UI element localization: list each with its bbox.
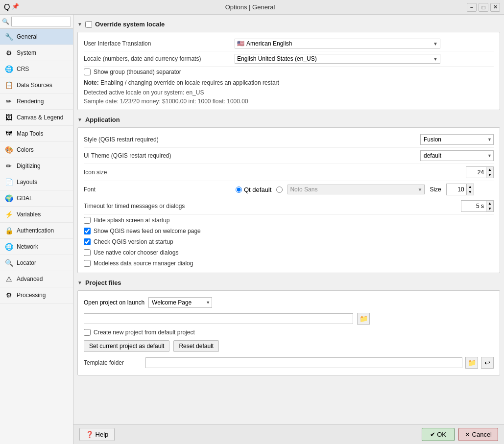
- sidebar-item-processing[interactable]: ⚙ Processing: [0, 287, 73, 304]
- sidebar-item-crs[interactable]: 🌐 CRS: [0, 61, 73, 77]
- close-button[interactable]: ✕: [490, 3, 500, 12]
- sidebar-label-variables: Variables: [17, 211, 41, 218]
- use-native-color-label: Use native color chooser dialogs: [94, 249, 178, 256]
- show-group-separator-checkbox[interactable]: [84, 69, 91, 75]
- reset-default-button[interactable]: Reset default: [173, 340, 219, 352]
- template-folder-row: Template folder /home/terra/.var/app/org…: [84, 354, 494, 371]
- icon-size-up-button[interactable]: ▲: [486, 167, 493, 172]
- sidebar-label-processing: Processing: [17, 292, 46, 299]
- project-collapse-arrow-icon: ▼: [77, 280, 82, 285]
- template-folder-label: Template folder: [84, 359, 143, 366]
- open-project-select-wrapper: Welcome Page Most recent Specific: [148, 297, 212, 308]
- font-size-down-button[interactable]: ▼: [467, 189, 474, 195]
- sidebar-item-variables[interactable]: ⚡ Variables: [0, 207, 73, 223]
- sidebar-label-system: System: [17, 49, 36, 56]
- project-files-content: Open project on launch Welcome Page Most…: [77, 290, 500, 375]
- modeless-dialog-row: Modeless data source manager dialog: [84, 258, 494, 269]
- flag-icon: 🇺🇸: [237, 40, 244, 47]
- sidebar-item-authentication[interactable]: 🔒 Authentication: [0, 223, 73, 239]
- sidebar-item-advanced[interactable]: ⚠ Advanced: [0, 271, 73, 287]
- sidebar-item-gdal[interactable]: 🌍 GDAL: [0, 190, 73, 207]
- font-size-spinbox: 10 ▲ ▼: [446, 184, 474, 195]
- sidebar-item-layouts[interactable]: 📄 Layouts: [0, 174, 73, 190]
- general-icon: 🔧: [4, 32, 14, 42]
- ui-translation-value: American English: [246, 40, 433, 47]
- sidebar-item-data-sources[interactable]: 📋 Data Sources: [0, 77, 73, 93]
- sidebar-item-map-tools[interactable]: 🗺 Map Tools: [0, 126, 73, 142]
- template-folder-input[interactable]: /home/terra/.var/app/org.qgis.qgis/data/…: [145, 357, 462, 368]
- colors-icon: 🎨: [4, 145, 14, 155]
- override-locale-title: Override system locale: [95, 21, 165, 28]
- sidebar-item-locator[interactable]: 🔍 Locator: [0, 255, 73, 271]
- sidebar-label-colors: Colors: [17, 146, 34, 153]
- font-custom-radio[interactable]: [276, 187, 283, 193]
- window-title: Options | General: [33, 3, 467, 11]
- browse-folder-button[interactable]: 📁: [357, 313, 370, 325]
- timeout-up-button[interactable]: ▲: [486, 201, 493, 206]
- ui-theme-row: UI Theme (QGIS restart required) default…: [84, 148, 494, 164]
- use-native-color-checkbox[interactable]: [84, 249, 91, 256]
- open-project-select[interactable]: Welcome Page Most recent Specific: [148, 297, 212, 308]
- sidebar-item-rendering[interactable]: ✏ Rendering: [0, 93, 73, 110]
- project-files-title: Project files: [85, 279, 121, 286]
- project-files-header[interactable]: ▼ Project files: [77, 277, 500, 288]
- ui-theme-select[interactable]: default Night Mapping Blend of Gray: [420, 150, 494, 161]
- content-scroll[interactable]: ▼ Override system locale User Interface …: [73, 15, 504, 424]
- create-new-project-row: Create new project from default project: [84, 327, 494, 338]
- application-content: Style (QGIS restart required) Fusion Win…: [77, 127, 500, 273]
- help-button[interactable]: ❓ Help: [79, 428, 115, 441]
- font-row: Font Qt default Noto Sans ▼ Size 10: [84, 181, 494, 198]
- timeout-down-button[interactable]: ▼: [486, 206, 493, 211]
- icon-size-input[interactable]: 24: [466, 168, 486, 177]
- application-header[interactable]: ▼ Application: [77, 114, 500, 125]
- minimize-button[interactable]: −: [467, 3, 477, 12]
- locale-combo[interactable]: English United States (en_US) ▼: [235, 54, 440, 64]
- sidebar-item-general[interactable]: 🔧 General: [0, 29, 73, 45]
- note-content: Enabling / changing override on locale r…: [100, 79, 279, 86]
- create-new-project-checkbox[interactable]: [84, 329, 91, 336]
- template-reset-button[interactable]: ↩: [481, 357, 494, 369]
- sidebar-label-crs: CRS: [17, 66, 29, 72]
- ui-translation-combo[interactable]: 🇺🇸 American English ▼: [235, 39, 440, 48]
- titlebar: Q 📌 Options | General − □ ✕: [0, 0, 504, 15]
- set-default-button[interactable]: Set current project as default: [84, 340, 169, 352]
- check-version-row: Check QGIS version at startup: [84, 236, 494, 247]
- override-locale-content: User Interface Translation 🇺🇸 American E…: [77, 32, 500, 110]
- sidebar-label-network: Network: [17, 243, 38, 250]
- advanced-icon: ⚠: [4, 274, 14, 284]
- template-browse-button[interactable]: 📁: [465, 357, 478, 369]
- timeout-row: Timeout for timed messages or dialogs 5 …: [84, 198, 494, 215]
- ok-button[interactable]: ✔ OK: [422, 428, 455, 441]
- ui-theme-label: UI Theme (QGIS restart required): [84, 152, 231, 159]
- size-label: Size: [430, 186, 441, 193]
- sidebar-item-network[interactable]: 🌐 Network: [0, 239, 73, 255]
- network-icon: 🌐: [4, 242, 14, 252]
- application-title: Application: [85, 116, 120, 123]
- search-input[interactable]: [11, 17, 71, 26]
- override-locale-header[interactable]: ▼ Override system locale: [77, 19, 500, 30]
- modeless-dialog-checkbox[interactable]: [84, 260, 91, 267]
- hide-splash-checkbox[interactable]: [84, 217, 91, 224]
- show-news-checkbox[interactable]: [84, 228, 91, 234]
- sidebar: 🔍 🔧 General ⚙ System 🌐 CRS 📋 Data Source…: [0, 15, 73, 444]
- style-select[interactable]: Fusion Windows Breeze: [420, 134, 494, 145]
- cancel-button[interactable]: ✕ Cancel: [458, 428, 498, 441]
- check-version-checkbox[interactable]: [84, 238, 91, 245]
- sidebar-item-digitizing[interactable]: ✏ Digitizing: [0, 158, 73, 174]
- locale-label: Locale (numbers, date and currency forma…: [84, 55, 231, 62]
- modeless-dialog-label: Modeless data source manager dialog: [94, 260, 193, 267]
- project-path-input[interactable]: [84, 313, 353, 324]
- sidebar-item-colors[interactable]: 🎨 Colors: [0, 142, 73, 158]
- font-size-up-button[interactable]: ▲: [467, 184, 474, 189]
- timeout-input[interactable]: 5 s: [461, 202, 486, 210]
- search-icon: 🔍: [2, 18, 9, 25]
- maximize-button[interactable]: □: [479, 3, 488, 12]
- sidebar-item-system[interactable]: ⚙ System: [0, 45, 73, 61]
- override-locale-checkbox[interactable]: [85, 21, 92, 28]
- font-size-input[interactable]: 10: [447, 185, 466, 194]
- font-name-combo[interactable]: Noto Sans ▼: [288, 185, 425, 194]
- sidebar-item-canvas-legend[interactable]: 🖼 Canvas & Legend: [0, 110, 73, 126]
- open-project-label: Open project on launch: [84, 299, 144, 306]
- font-qt-default-radio[interactable]: [236, 187, 242, 193]
- icon-size-down-button[interactable]: ▼: [486, 172, 493, 178]
